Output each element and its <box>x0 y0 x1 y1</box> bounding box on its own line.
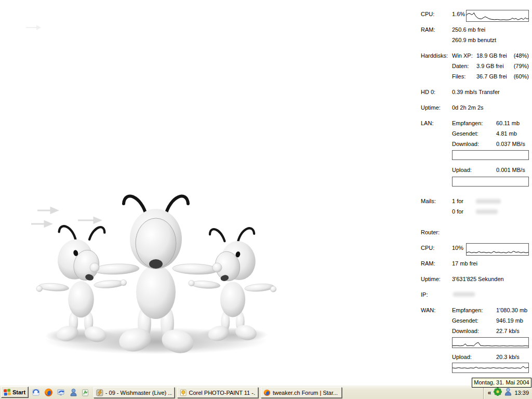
mails-line2: 0 for <box>452 208 463 215</box>
creature-right <box>189 228 276 343</box>
ram-label: RAM: <box>421 26 435 33</box>
router-cpu-value: 10% <box>452 245 463 251</box>
lan-upload-name: Upload: <box>452 167 472 174</box>
hd-row-value: 3.9 GB frei <box>476 63 504 70</box>
taskbar: Start <box>0 385 532 399</box>
router-uptime-value: 3'631'825 Sekunden <box>452 276 504 283</box>
windows-logo-icon <box>4 389 11 396</box>
hd-row-percent: (48%) <box>512 52 529 59</box>
show-desktop-glyph <box>57 388 65 397</box>
cpu-label: CPU: <box>421 11 434 18</box>
router-ip-label: IP: <box>421 291 428 298</box>
hd-row-percent: (79%) <box>512 63 529 70</box>
router-ram-value: 17 mb frei <box>452 260 477 267</box>
hd-row-percent: (60%) <box>512 73 529 80</box>
corel-photopaint-icon <box>180 389 187 396</box>
ram-free: 250.6 mb frei <box>452 26 485 33</box>
lan-download-graph <box>452 150 529 160</box>
wallpaper-arrows <box>31 208 100 227</box>
wallpaper-creatures <box>25 186 287 358</box>
system-tray: « 13:39 <box>483 386 532 399</box>
wan-empfangen-value: 1'080.30 mb <box>496 307 527 314</box>
wan-download-name: Download: <box>452 328 479 335</box>
wan-download-value: 22.7 kb/s <box>496 328 520 335</box>
lan-empfangen-value: 60.11 mb <box>496 120 520 127</box>
task-button-label: tweaker.ch Forum | Star... <box>273 390 338 396</box>
redacted-email-2 <box>476 209 498 214</box>
lan-empfangen-name: Empfangen: <box>452 120 483 127</box>
media-player-icon[interactable] <box>80 388 90 397</box>
router-ram-label: RAM: <box>421 260 435 267</box>
icq-flower-icon[interactable] <box>494 388 502 398</box>
lan-label: LAN: <box>421 120 433 127</box>
start-label: Start <box>12 389 25 395</box>
wan-gesendet-name: Gesendet: <box>452 317 478 324</box>
desktop: CPU: 1.6% RAM: 250.6 mb frei 260.9 mb be… <box>0 0 532 399</box>
uptime-value: 0d 2h 2m 2s <box>452 104 484 111</box>
faint-arrow-artifact <box>26 24 42 31</box>
wan-gesendet-value: 946.19 mb <box>496 317 523 324</box>
tray-chevron[interactable]: « <box>488 389 491 396</box>
wan-label: WAN: <box>421 307 435 314</box>
router-cpu-label: CPU: <box>421 245 434 251</box>
firefox-icon <box>263 389 271 396</box>
wan-upload-graph <box>452 363 529 373</box>
wan-download-graph <box>452 337 529 348</box>
redacted-email-1 <box>476 199 501 204</box>
hd-row-value: 18.9 GB frei <box>476 52 507 59</box>
hd-row-value: 36.7 GB frei <box>476 73 507 80</box>
hd-row-name: Daten: <box>452 63 469 70</box>
msn-messenger-icon[interactable] <box>69 388 78 397</box>
mails-label: Mails: <box>421 198 436 205</box>
lan-download-name: Download: <box>452 141 479 148</box>
show-desktop-icon[interactable] <box>56 388 66 397</box>
messenger-glyph <box>70 388 77 397</box>
internet-explorer-glyph <box>32 388 41 397</box>
lan-gesendet-value: 4.81 mb <box>496 130 517 137</box>
wan-upload-value: 20.3 kb/s <box>496 354 520 361</box>
lan-download-value: 0.037 MB/s <box>496 141 525 148</box>
uptime-label: Uptime: <box>421 104 441 111</box>
router-uptime-label: Uptime: <box>421 276 441 283</box>
icq-flower-glyph <box>494 388 502 396</box>
hd-row-name: Files: <box>452 73 466 80</box>
creature-left <box>36 226 127 344</box>
task-button-winamp[interactable]: - 09 - Wishmaster (Live) ... <box>94 387 175 398</box>
firefox-glyph <box>44 388 53 397</box>
lan-upload-value: 0.001 MB/s <box>496 167 525 174</box>
messenger-person-glyph <box>504 388 512 396</box>
task-button-corel-photopaint[interactable]: Corel PHOTO-PAINT 11 -... <box>177 387 258 398</box>
tray-clock[interactable]: 13:39 <box>514 390 529 396</box>
firefox-icon[interactable] <box>44 388 54 397</box>
lan-upload-graph <box>452 177 529 187</box>
wan-empfangen-name: Empfangen: <box>452 307 483 314</box>
hd0-value: 0.39 mb/s Transfer <box>452 89 500 96</box>
hd0-label: HD 0: <box>421 89 435 96</box>
task-button-label: - 09 - Wishmaster (Live) ... <box>105 390 172 396</box>
hd-row-name: Win XP: <box>452 52 473 59</box>
date-tooltip: Montag, 31. Mai 2004 <box>472 378 531 388</box>
winamp-icon <box>96 389 103 396</box>
start-button[interactable]: Start <box>1 387 29 398</box>
router-label: Router: <box>421 229 440 236</box>
wan-upload-name: Upload: <box>452 354 472 361</box>
msn-messenger-tray-icon[interactable] <box>504 388 512 398</box>
router-cpu-graph <box>466 243 529 256</box>
task-button-label: Corel PHOTO-PAINT 11 -... <box>189 390 256 396</box>
task-button-firefox-tweaker[interactable]: tweaker.ch Forum | Star... <box>261 387 342 398</box>
media-player-glyph <box>81 389 89 397</box>
lan-gesendet-name: Gesendet: <box>452 130 478 137</box>
harddisks-label: Harddisks: <box>421 52 448 59</box>
mails-line1: 1 for <box>452 198 463 205</box>
cpu-graph <box>466 10 529 22</box>
redacted-ip <box>453 292 475 297</box>
ram-used: 260.9 mb benutzt <box>452 37 496 44</box>
cpu-value: 1.6% <box>452 11 465 18</box>
internet-explorer-icon[interactable] <box>31 388 41 397</box>
